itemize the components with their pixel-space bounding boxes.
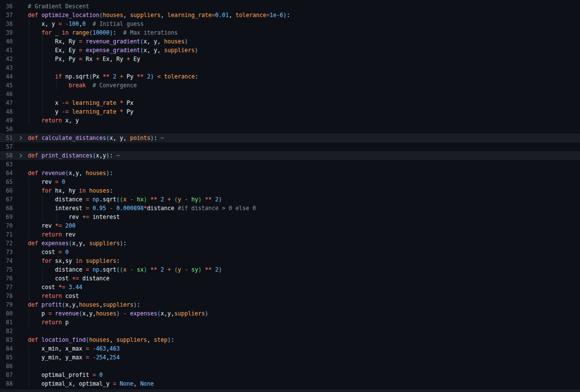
line-number[interactable]: 49 xyxy=(0,116,13,125)
folded-code-ellipsis[interactable]: ⋯ xyxy=(160,135,164,141)
line-number[interactable]: 76 xyxy=(0,274,13,283)
line-number[interactable]: 51 xyxy=(0,134,13,142)
code-token: = xyxy=(59,20,65,27)
line-number[interactable]: 45 xyxy=(0,81,13,90)
code-token: = xyxy=(113,380,120,387)
line-number[interactable]: 71 xyxy=(0,230,13,239)
code-text[interactable]: optimal_x, optimal_y = None, None xyxy=(28,379,154,388)
code-text[interactable]: rev += interest xyxy=(28,213,120,221)
folded-code-ellipsis[interactable]: ⋯ xyxy=(117,152,120,159)
line-number[interactable]: 47 xyxy=(0,98,13,107)
line-number[interactable]: 48 xyxy=(0,107,13,116)
line-number[interactable]: 88 xyxy=(0,379,13,388)
code-text[interactable]: for sx,sy in suppliers: xyxy=(28,256,120,265)
code-line: 67 distance = np.sqrt((x - hx) ** 2 + (y… xyxy=(0,195,580,204)
code-text[interactable]: y_min, y_max = -254,254 xyxy=(28,353,120,362)
line-number[interactable]: 44 xyxy=(0,72,13,81)
code-text[interactable]: def calculate_distances(x, y, points): ⋯ xyxy=(28,134,164,142)
code-text[interactable]: return p xyxy=(28,318,69,327)
line-number[interactable]: 82 xyxy=(0,327,13,335)
line-number[interactable]: 38 xyxy=(0,20,13,28)
code-text[interactable]: interest = 0.95 - 0.000898*distance #if … xyxy=(28,204,256,213)
line-number[interactable]: 69 xyxy=(0,213,13,221)
line-number[interactable]: 58 xyxy=(0,151,13,160)
line-number[interactable]: 65 xyxy=(0,177,13,186)
line-number[interactable]: 72 xyxy=(0,239,13,248)
line-number[interactable]: 87 xyxy=(0,371,13,379)
line-number[interactable]: 36 xyxy=(0,2,13,11)
line-number[interactable]: 42 xyxy=(0,55,13,63)
code-text[interactable]: x, y = -100,0 # Initial guess xyxy=(28,20,143,28)
code-text[interactable]: optimal_profit = 0 xyxy=(28,371,103,379)
code-text[interactable]: cost = 0 xyxy=(28,248,69,256)
code-line: 85 y_min, y_max = -254,254 xyxy=(0,353,580,362)
code-text[interactable]: return rev xyxy=(28,230,76,239)
line-number[interactable]: 73 xyxy=(0,248,13,256)
code-text[interactable]: cost *= 3.44 xyxy=(28,283,82,292)
code-text[interactable]: def profit(x,y,houses,suppliers): xyxy=(28,300,140,309)
code-text[interactable]: # Gradient Descent xyxy=(28,2,89,11)
code-text[interactable]: for hx, hy in houses: xyxy=(28,186,113,195)
code-token xyxy=(28,29,41,36)
line-number[interactable]: 81 xyxy=(0,318,13,327)
code-text[interactable]: p = revenue(x,y,houses) - expenses(x,y,s… xyxy=(28,309,208,318)
code-text[interactable]: y -= learning_rate * Py xyxy=(28,107,133,116)
code-text[interactable]: if np.sqrt(Px ** 2 + Py ** 2) < toleranc… xyxy=(28,72,198,81)
line-number[interactable]: 74 xyxy=(0,256,13,265)
line-number[interactable]: 50 xyxy=(0,125,13,134)
line-number[interactable]: 85 xyxy=(0,353,13,362)
indent-guide xyxy=(42,63,43,72)
line-number[interactable]: 70 xyxy=(0,221,13,230)
code-token: Px xyxy=(93,73,103,80)
line-number[interactable]: 80 xyxy=(0,309,13,318)
fold-chevron-right-icon[interactable] xyxy=(18,136,22,140)
code-line: 84 x_min, x_max = -463,463 xyxy=(0,344,580,353)
code-text[interactable]: distance = np.sqrt((x - hx) ** 2 + (y - … xyxy=(28,195,222,204)
code-text[interactable]: distance = np.sqrt((x - sx) ** 2 + (y - … xyxy=(28,265,222,274)
code-text[interactable]: rev = 0 xyxy=(28,177,65,186)
code-text[interactable]: cost += distance xyxy=(28,274,110,283)
code-token: hx xyxy=(137,196,143,203)
code-token: ) xyxy=(219,266,222,273)
line-number[interactable]: 40 xyxy=(0,37,13,46)
code-text[interactable]: def optimize_location(houses, suppliers,… xyxy=(28,11,290,20)
line-number[interactable]: 37 xyxy=(0,11,13,20)
line-number[interactable]: 39 xyxy=(0,28,13,37)
line-number[interactable]: 41 xyxy=(0,46,13,55)
line-number[interactable]: 64 xyxy=(0,169,13,177)
code-text[interactable]: for _ in range(10000): # Max iterations xyxy=(28,28,178,37)
code-text[interactable]: return cost xyxy=(28,292,79,300)
line-number[interactable]: 66 xyxy=(0,186,13,195)
line-number[interactable]: 84 xyxy=(0,344,13,353)
code-text[interactable]: Px, Py = Rx + Ex, Ry + Ey xyxy=(28,55,140,63)
line-number[interactable]: 78 xyxy=(0,292,13,300)
code-token: Rx xyxy=(86,56,96,62)
code-line: 43 xyxy=(0,63,580,72)
code-text[interactable]: Rx, Ry = revenue_gradient(x, y, houses) xyxy=(28,37,188,46)
code-text[interactable]: def revenue(x,y, houses): xyxy=(28,169,113,177)
line-number[interactable]: 75 xyxy=(0,265,13,274)
line-number[interactable]: 83 xyxy=(0,335,13,344)
line-number[interactable]: 57 xyxy=(0,142,13,151)
code-text[interactable]: rev *= 200 xyxy=(28,221,76,230)
code-text[interactable]: x -= learning_rate * Px xyxy=(28,98,133,107)
code-text[interactable]: def location_find(houses, suppliers, ste… xyxy=(28,335,174,344)
code-token xyxy=(28,293,41,299)
fold-chevron-right-icon[interactable] xyxy=(18,154,22,157)
line-number[interactable]: 68 xyxy=(0,204,13,213)
code-text[interactable]: def expenses(x,y, suppliers): xyxy=(28,239,126,248)
line-number[interactable]: 77 xyxy=(0,283,13,292)
code-text[interactable]: return x, y xyxy=(28,116,79,125)
line-number[interactable]: 43 xyxy=(0,63,13,72)
line-number[interactable]: 46 xyxy=(0,90,13,98)
line-number[interactable]: 79 xyxy=(0,300,13,309)
code-text[interactable]: x_min, x_max = -463,463 xyxy=(28,344,120,353)
line-number[interactable]: 63 xyxy=(0,160,13,169)
code-text[interactable]: break # Convergence xyxy=(28,81,137,90)
code-text[interactable]: Ex, Ey = expense_gradient(x, y, supplier… xyxy=(28,46,198,55)
line-number[interactable]: 67 xyxy=(0,195,13,204)
code-token: cost xyxy=(65,293,79,299)
code-text[interactable]: def print_distances(x,y): ⋯ xyxy=(28,151,120,160)
line-number[interactable]: 86 xyxy=(0,362,13,371)
code-token: suppliers xyxy=(130,12,160,19)
